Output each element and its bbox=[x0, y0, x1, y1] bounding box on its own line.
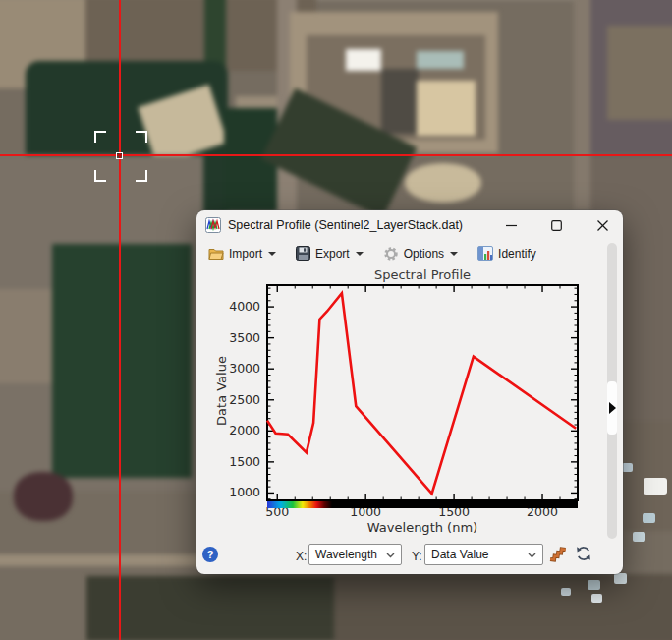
minimize-icon bbox=[506, 220, 517, 231]
close-icon bbox=[597, 220, 608, 231]
terrain-building bbox=[561, 588, 571, 596]
terrain-patch bbox=[417, 81, 476, 136]
svg-text:1000: 1000 bbox=[229, 485, 260, 499]
chart-plot-area: 5001000150020001000150020002500300035004… bbox=[196, 266, 607, 540]
refresh-button[interactable] bbox=[575, 545, 594, 564]
spectral-profile-dialog: Spectral Profile (Sentinel2_LayerStack.d… bbox=[196, 210, 623, 574]
terrain-building bbox=[614, 573, 627, 584]
spectral-profile-chart[interactable]: 5001000150020001000150020002500300035004… bbox=[196, 266, 607, 540]
identify-icon bbox=[477, 246, 493, 261]
terrain-building bbox=[622, 463, 633, 472]
terrain-building bbox=[588, 580, 600, 590]
folder-icon bbox=[208, 247, 224, 261]
crosshair-horizontal-line bbox=[0, 154, 672, 156]
stairstep-plot-button[interactable] bbox=[549, 545, 569, 564]
options-button[interactable]: Options bbox=[378, 243, 463, 264]
terrain-patch bbox=[52, 244, 192, 478]
maximize-icon bbox=[551, 220, 562, 231]
x-axis-selector-label: X: bbox=[296, 550, 307, 563]
y-axis-select[interactable]: Data Value bbox=[424, 544, 543, 565]
x-axis-selected-value: Wavelength bbox=[315, 548, 377, 561]
selection-bracket-bottom-right bbox=[136, 170, 147, 182]
terrain-patch bbox=[381, 69, 419, 134]
y-axis-selector-label: Y: bbox=[412, 550, 422, 563]
dialog-bottom-bar: ? X: Wavelength Y: Data Value bbox=[196, 539, 623, 574]
y-axis-selected-value: Data Value bbox=[431, 548, 488, 561]
identify-button[interactable]: Identify bbox=[473, 243, 541, 263]
terrain-patch bbox=[86, 576, 354, 640]
minimize-button[interactable] bbox=[494, 210, 528, 240]
spectral-profile-line bbox=[267, 293, 576, 494]
envi-image-view[interactable]: Spectral Profile (Sentinel2_LayerStack.d… bbox=[0, 0, 672, 640]
terrain-building bbox=[591, 594, 602, 603]
terrain-patch bbox=[14, 472, 73, 521]
terrain-building bbox=[644, 478, 667, 495]
help-button[interactable]: ? bbox=[202, 547, 218, 562]
svg-text:3000: 3000 bbox=[229, 361, 260, 376]
save-icon bbox=[296, 246, 310, 261]
svg-text:4000: 4000 bbox=[229, 299, 260, 314]
gear-icon bbox=[383, 246, 399, 262]
terrain-patch bbox=[334, 574, 672, 640]
panel-splitter-thumb[interactable] bbox=[607, 381, 617, 435]
terrain-patch bbox=[405, 163, 481, 203]
panel-splitter-track[interactable] bbox=[607, 243, 617, 539]
svg-text:1500: 1500 bbox=[229, 454, 260, 469]
options-dropdown-caret bbox=[450, 252, 458, 256]
x-axis-select[interactable]: Wavelength bbox=[308, 544, 402, 565]
svg-text:3500: 3500 bbox=[229, 330, 260, 345]
chevron-down-icon bbox=[386, 553, 395, 558]
question-mark-icon: ? bbox=[207, 549, 214, 560]
identify-label: Identify bbox=[498, 247, 536, 261]
terrain-facility-building bbox=[346, 49, 381, 71]
stairstep-icon bbox=[549, 545, 567, 562]
dialog-toolbar: Import Export Options bbox=[196, 240, 623, 266]
svg-text:2000: 2000 bbox=[229, 423, 260, 437]
dialog-title: Spectral Profile (Sentinel2_LayerStack.d… bbox=[228, 210, 463, 241]
terrain-building bbox=[643, 513, 655, 523]
crosshair-center-marker[interactable] bbox=[116, 152, 123, 159]
expand-panel-icon bbox=[609, 402, 616, 414]
svg-text:2500: 2500 bbox=[229, 392, 260, 407]
close-button[interactable] bbox=[586, 210, 619, 240]
selection-bracket-top-right bbox=[136, 131, 147, 143]
chart-title: Spectral Profile bbox=[267, 267, 578, 282]
terrain-patch bbox=[0, 554, 198, 566]
refresh-icon bbox=[575, 545, 592, 562]
terrain-patch bbox=[574, 0, 590, 210]
crosshair-vertical-line bbox=[119, 0, 121, 640]
terrain-building bbox=[633, 532, 645, 542]
y-axis-label: Data Value bbox=[214, 283, 229, 498]
options-label: Options bbox=[404, 247, 444, 261]
export-label: Export bbox=[315, 247, 350, 261]
selection-bracket-top-left bbox=[94, 131, 106, 143]
x-axis-label: Wavelength (nm) bbox=[267, 520, 578, 535]
spectral-profile-icon bbox=[205, 217, 221, 233]
wavelength-colorbar bbox=[267, 501, 578, 508]
import-label: Import bbox=[229, 247, 262, 261]
import-dropdown-caret bbox=[268, 252, 276, 256]
dialog-titlebar[interactable]: Spectral Profile (Sentinel2_LayerStack.d… bbox=[196, 210, 623, 240]
selection-bracket-bottom-left bbox=[94, 170, 106, 182]
import-button[interactable]: Import bbox=[203, 244, 281, 263]
maximize-button[interactable] bbox=[539, 210, 573, 240]
export-button[interactable]: Export bbox=[291, 243, 368, 263]
terrain-facility-units bbox=[417, 51, 464, 69]
chevron-down-icon bbox=[528, 553, 536, 558]
export-dropdown-caret bbox=[356, 252, 364, 256]
terrain-patch bbox=[607, 26, 672, 120]
